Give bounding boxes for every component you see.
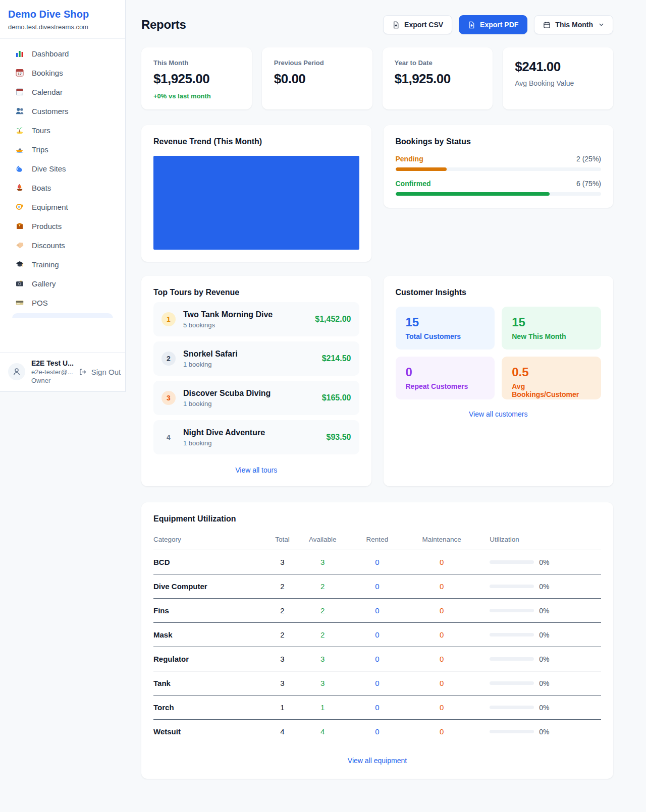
cell-total: 2	[267, 574, 298, 599]
insight-new-this-month: 15 New This Month	[502, 307, 601, 350]
status-count: 6 (75%)	[576, 180, 601, 188]
sidebar-item-label: Calendar	[32, 88, 63, 96]
stat-label: Avg Booking Value	[515, 79, 601, 87]
sidebar-item-products[interactable]: Products	[6, 216, 119, 236]
period-label: This Month	[555, 21, 593, 29]
sign-out-button[interactable]: Sign Out	[79, 368, 121, 376]
cell-available: 3	[298, 550, 348, 574]
sidebar: Demo Dive Shop demo.test.divestreams.com…	[0, 0, 126, 392]
cell-maintenance: 0	[407, 720, 476, 744]
sidebar-item-calendar[interactable]: Calendar	[6, 82, 119, 101]
sidebar-item-bookings[interactable]: 17 Bookings	[6, 63, 119, 82]
view-all-tours-link[interactable]: View all tours	[153, 466, 359, 474]
sidebar-item-dive-sites[interactable]: Dive Sites	[6, 159, 119, 178]
sidebar-item-reports-active-partial[interactable]	[12, 313, 113, 318]
sidebar-item-discounts[interactable]: Discounts	[6, 236, 119, 255]
calendar-pad-icon	[15, 87, 24, 96]
status-bar-track	[396, 192, 602, 196]
cell-category: Mask	[153, 623, 267, 647]
insight-avg-bookings: 0.5 Avg Bookings/Customer	[502, 357, 601, 399]
utilization-percent: 0%	[539, 558, 549, 566]
cell-category: Wetsuit	[153, 720, 267, 744]
cell-total: 2	[267, 599, 298, 623]
cell-maintenance: 0	[407, 550, 476, 574]
sidebar-item-label: Dashboard	[32, 49, 69, 58]
sidebar-item-equipment[interactable]: Equipment	[6, 197, 119, 216]
stat-delta: +0% vs last month	[153, 92, 240, 100]
sidebar-item-label: Boats	[32, 184, 51, 192]
table-row: Wetsuit 4 4 0 0 0%	[153, 720, 601, 744]
stat-card-previous-period: Previous Period $0.00	[262, 47, 372, 109]
island-icon	[15, 126, 24, 135]
col-header-available: Available	[298, 531, 348, 550]
equipment-table: Category Total Available Rented Maintena…	[153, 531, 601, 743]
view-all-customers-link[interactable]: View all customers	[396, 410, 602, 418]
status-label: Confirmed	[396, 180, 431, 188]
shop-domain: demo.test.divestreams.com	[8, 23, 117, 31]
export-pdf-button[interactable]: Export PDF	[459, 15, 527, 34]
sidebar-item-tours[interactable]: Tours	[6, 121, 119, 140]
insights-row: Top Tours by Revenue 1 Two Tank Morning …	[141, 276, 613, 486]
insight-value: 15	[406, 315, 485, 329]
utilization-percent: 0%	[539, 655, 549, 663]
utilization-bar	[490, 633, 534, 636]
sidebar-item-customers[interactable]: Customers	[6, 101, 119, 121]
sidebar-item-label: Equipment	[32, 203, 68, 211]
sidebar-item-gallery[interactable]: Gallery	[6, 274, 119, 293]
revenue-trend-title: Revenue Trend (This Month)	[153, 137, 359, 146]
sidebar-item-trips[interactable]: Trips	[6, 140, 119, 159]
table-row: Torch 1 1 0 0 0%	[153, 695, 601, 720]
status-row-pending: Pending 2 (25%)	[396, 155, 602, 171]
export-csv-button[interactable]: Export CSV	[383, 15, 452, 34]
cell-total: 4	[267, 720, 298, 744]
tour-name: Discover Scuba Diving	[183, 389, 322, 398]
tour-row: 1 Two Tank Morning Dive 5 bookings $1,45…	[153, 302, 359, 336]
cell-available: 2	[298, 599, 348, 623]
tour-name: Snorkel Safari	[183, 350, 322, 359]
cell-rented: 0	[348, 623, 407, 647]
table-row: Fins 2 2 0 0 0%	[153, 599, 601, 623]
utilization-percent: 0%	[539, 631, 549, 639]
revenue-trend-panel: Revenue Trend (This Month)	[141, 125, 371, 262]
table-row: Dive Computer 2 2 0 0 0%	[153, 574, 601, 599]
utilization-bar	[490, 609, 534, 612]
sidebar-item-training[interactable]: Training	[6, 255, 119, 274]
insight-value: 0	[406, 365, 485, 379]
cell-available: 3	[298, 647, 348, 671]
header-actions: Export CSV Export PDF This Month	[383, 15, 613, 34]
sidebar-nav: Dashboard 17 Bookings Calendar Customers…	[0, 39, 125, 318]
customer-insights-panel: Customer Insights 15 Total Customers 15 …	[384, 276, 614, 486]
calendar-icon	[543, 21, 551, 29]
table-row: Mask 2 2 0 0 0%	[153, 623, 601, 647]
status-label: Pending	[396, 155, 423, 163]
rank-badge: 2	[162, 352, 176, 366]
insight-label: Total Customers	[406, 332, 485, 340]
table-row: Tank 3 3 0 0 0%	[153, 671, 601, 695]
cell-rented: 0	[348, 671, 407, 695]
page-title: Reports	[141, 18, 186, 32]
stat-label: Year to Date	[395, 59, 481, 67]
tour-amount: $1,452.00	[315, 315, 351, 324]
file-download-icon	[392, 21, 400, 29]
cell-category: Fins	[153, 599, 267, 623]
sidebar-item-pos[interactable]: POS	[6, 293, 119, 312]
tour-amount: $214.50	[322, 354, 351, 363]
svg-text:17: 17	[18, 72, 22, 76]
tour-row: 2 Snorkel Safari 1 booking $214.50	[153, 341, 359, 376]
period-dropdown[interactable]: This Month	[534, 15, 613, 34]
cell-total: 3	[267, 671, 298, 695]
user-role: Owner	[31, 377, 74, 384]
sidebar-item-boats[interactable]: Boats	[6, 178, 119, 197]
utilization-bar	[490, 681, 534, 685]
tour-row: 3 Discover Scuba Diving 1 booking $165.0…	[153, 381, 359, 415]
sidebar-item-dashboard[interactable]: Dashboard	[6, 44, 119, 63]
cell-total: 2	[267, 623, 298, 647]
view-all-equipment-link[interactable]: View all equipment	[153, 757, 601, 765]
insight-label: Repeat Customers	[406, 382, 485, 390]
cell-available: 2	[298, 574, 348, 599]
utilization-percent: 0%	[539, 704, 549, 712]
table-header-row: Category Total Available Rented Maintena…	[153, 531, 601, 550]
col-header-utilization: Utilization	[476, 531, 601, 550]
col-header-maintenance: Maintenance	[407, 531, 476, 550]
insight-label: Avg Bookings/Customer	[512, 382, 591, 398]
